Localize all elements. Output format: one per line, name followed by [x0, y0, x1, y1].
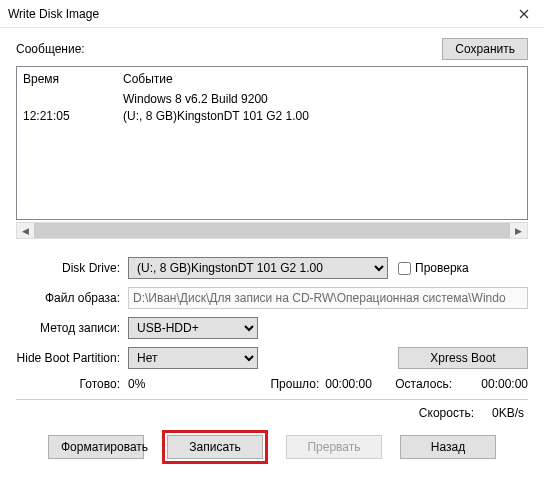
hide-boot-select[interactable]: Нет [128, 347, 258, 369]
elapsed-value: 00:00:00 [325, 377, 395, 391]
image-path-field: D:\Иван\Диск\Для записи на CD-RW\Операци… [128, 287, 528, 309]
titlebar: Write Disk Image [0, 0, 544, 28]
log-header-time: Время [23, 71, 123, 88]
hide-label: Hide Boot Partition: [16, 351, 128, 365]
method-select[interactable]: USB-HDD+ [128, 317, 258, 339]
method-label: Метод записи: [16, 321, 128, 335]
remain-value: 00:00:00 [458, 377, 528, 391]
remain-label: Осталось: [395, 377, 458, 391]
close-icon [519, 9, 529, 19]
image-label: Файл образа: [16, 291, 128, 305]
save-button[interactable]: Сохранить [442, 38, 528, 60]
log-row: 12:21:05 (U:, 8 GB)KingstonDT 101 G2 1.0… [23, 108, 521, 125]
abort-button: Прервать [286, 435, 382, 459]
xpress-boot-button[interactable]: Xpress Boot [398, 347, 528, 369]
speed-value: 0KB/s [492, 406, 524, 420]
log-time-cell: 12:21:05 [23, 108, 123, 125]
drive-select[interactable]: (U:, 8 GB)KingstonDT 101 G2 1.00 [128, 257, 388, 279]
window-title: Write Disk Image [8, 7, 99, 21]
divider [16, 399, 528, 400]
verify-label: Проверка [415, 261, 469, 275]
elapsed-label: Прошло: [265, 377, 325, 391]
write-button-highlight: Записать [162, 430, 268, 464]
verify-checkbox[interactable] [398, 262, 411, 275]
message-label: Сообщение: [16, 42, 85, 56]
drive-label: Disk Drive: [16, 261, 128, 275]
log-time-cell [23, 91, 123, 108]
ready-label: Готово: [16, 377, 128, 391]
event-log: Время Событие Windows 8 v6.2 Build 9200 … [16, 66, 528, 220]
log-row: Windows 8 v6.2 Build 9200 [23, 91, 521, 108]
back-button[interactable]: Назад [400, 435, 496, 459]
scroll-track[interactable] [34, 223, 510, 238]
close-button[interactable] [504, 0, 544, 28]
log-header-event: Событие [123, 71, 521, 88]
scroll-left-arrow-icon[interactable]: ◀ [17, 223, 34, 238]
log-event-cell: (U:, 8 GB)KingstonDT 101 G2 1.00 [123, 108, 521, 125]
verify-checkbox-wrap[interactable]: Проверка [398, 261, 469, 275]
log-event-cell: Windows 8 v6.2 Build 9200 [123, 91, 521, 108]
write-button[interactable]: Записать [167, 435, 263, 459]
log-horizontal-scrollbar[interactable]: ◀ ▶ [16, 222, 528, 239]
speed-label: Скорость: [419, 406, 474, 420]
ready-value: 0% [128, 377, 198, 391]
scroll-right-arrow-icon[interactable]: ▶ [510, 223, 527, 238]
scroll-thumb[interactable] [34, 223, 510, 238]
format-button[interactable]: Форматировать [48, 435, 144, 459]
